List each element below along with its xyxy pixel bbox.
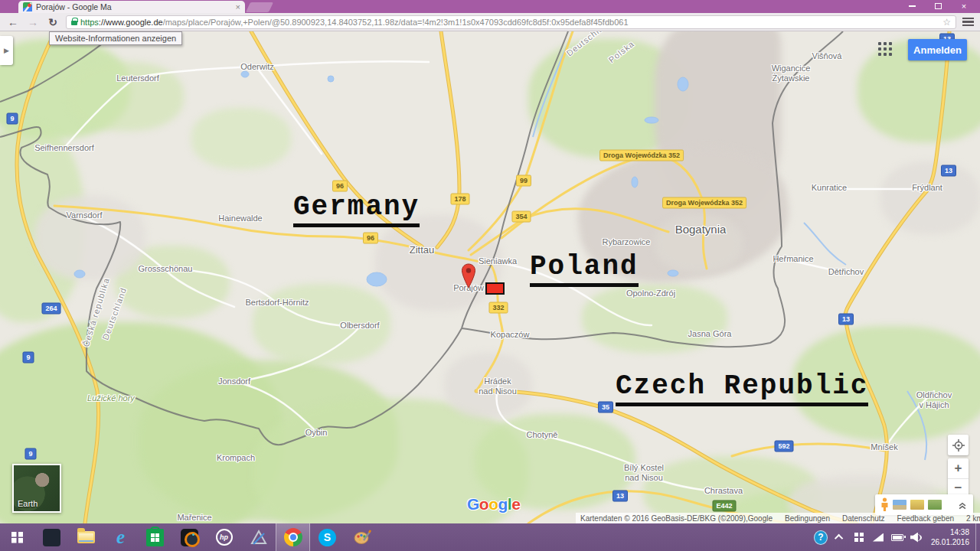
road-badge: 96 — [332, 181, 348, 192]
start-taskbar-icon[interactable] — [0, 523, 34, 551]
start-icon — [11, 532, 23, 543]
road-badge: 264 — [41, 303, 60, 315]
road-badge: E442 — [712, 500, 736, 512]
menu-icon[interactable] — [962, 18, 974, 26]
taskbar-clock[interactable]: 14:38 26.01.2016 — [928, 527, 975, 548]
help-icon: ? — [814, 530, 828, 545]
zoom-controls: + − — [948, 458, 969, 498]
battery-tray-icon[interactable] — [890, 530, 904, 545]
town-label: Deutschland — [565, 31, 615, 58]
youcam-icon — [181, 529, 198, 546]
hp-taskbar-icon[interactable]: hp — [207, 523, 241, 551]
scale-label: 2 km — [966, 514, 980, 523]
ie-taskbar-icon[interactable]: e — [103, 523, 138, 551]
browser-tab[interactable]: Porajów - Google Ma × — [18, 1, 245, 13]
town-label: Višňová — [812, 51, 842, 61]
country-annotation: Germany — [293, 194, 420, 227]
road-badge: 592 — [774, 441, 793, 452]
signin-button[interactable]: Anmelden — [908, 39, 967, 60]
window-controls: × — [899, 0, 977, 12]
road-badge: 9 — [6, 113, 18, 125]
town-label: Kunratice — [812, 183, 847, 193]
tab-close-icon[interactable]: × — [236, 3, 240, 11]
terms-link[interactable]: Bedingungen — [785, 514, 830, 523]
store-taskbar-icon[interactable] — [138, 523, 172, 551]
imagery-thumbnail[interactable] — [928, 500, 942, 510]
town-label: Opolno-Zdrój — [626, 289, 675, 298]
desktop: Porajów - Google Ma × × ← → ↻ https://ww… — [0, 0, 980, 551]
map-copyright: Kartendaten © 2016 GeoBasis-DE/BKG (©200… — [580, 514, 773, 523]
town-label: Bogatynia — [675, 223, 727, 236]
road-badge: 13 — [612, 491, 628, 502]
chrome-taskbar-icon[interactable] — [276, 523, 310, 551]
town-label: Zittau — [410, 244, 435, 256]
town-label: Hrádeknad Nisou — [479, 377, 517, 396]
minimize-button[interactable] — [899, 0, 925, 12]
design-taskbar-icon[interactable] — [241, 523, 276, 551]
close-button[interactable]: × — [951, 0, 977, 12]
reload-icon[interactable]: ↻ — [46, 16, 60, 28]
town-label: Mníšek — [871, 442, 897, 452]
imagery-thumbnail[interactable] — [910, 500, 924, 510]
forward-icon[interactable]: → — [26, 16, 40, 28]
network-tray-icon[interactable] — [871, 530, 885, 545]
imagery-thumbnail[interactable] — [893, 500, 906, 510]
design-icon — [250, 529, 267, 546]
earth-view-toggle[interactable]: Earth — [12, 464, 61, 513]
youcam-taskbar-icon[interactable] — [172, 523, 207, 551]
maximize-button[interactable] — [925, 0, 951, 12]
feedback-link[interactable]: Feedback geben — [897, 514, 955, 523]
clock-time: 14:38 — [931, 527, 969, 538]
town-label: Mařenice — [177, 513, 211, 523]
tab-title: Porajów - Google Ma — [36, 2, 232, 11]
help-tray-icon[interactable]: ? — [814, 530, 828, 545]
new-tab-button[interactable] — [246, 2, 273, 12]
url-text[interactable]: https://www.google.de/maps/place/Porajów… — [80, 18, 629, 27]
show-desktop-button[interactable] — [975, 523, 980, 551]
url-bar[interactable]: https://www.google.de/maps/place/Porajów… — [66, 15, 956, 29]
padlock-icon[interactable] — [71, 21, 77, 25]
site-info-tooltip: Website-Informationen anzeigen — [49, 31, 182, 45]
clock-date: 26.01.2016 — [931, 537, 969, 548]
town-label: Krompach — [217, 453, 255, 463]
privacy-link[interactable]: Datenschutz — [842, 514, 885, 523]
town-label: Jasna Góra — [688, 329, 732, 339]
map-canvas[interactable]: LeutersdorfOderwitzSeifhennersdorfVarnsd… — [0, 31, 980, 523]
town-label: Sieniawka — [479, 256, 517, 266]
expand-chevrons-icon[interactable] — [957, 500, 968, 510]
back-icon[interactable]: ← — [6, 16, 20, 28]
road-badge: Droga Wojewódzka 352 — [599, 150, 684, 161]
panes-icon — [854, 533, 864, 542]
town-label: Oderwitz — [240, 62, 273, 72]
map-labels: LeutersdorfOderwitzSeifhennersdorfVarnsd… — [0, 31, 980, 523]
google-apps-grid-icon[interactable] — [878, 42, 894, 58]
speaker-tray-icon[interactable] — [910, 530, 923, 545]
panes-tray-icon[interactable] — [852, 530, 866, 545]
map-pin-icon[interactable] — [461, 263, 476, 289]
red-rectangle-annotation — [485, 282, 505, 295]
attribution-bar: Kartendaten © 2016 GeoBasis-DE/BKG (©200… — [576, 513, 980, 523]
town-label: Oybin — [305, 428, 328, 438]
palette-icon — [353, 528, 371, 546]
bookmark-star-icon[interactable]: ☆ — [942, 17, 951, 28]
town-label: Kopaczów — [491, 330, 530, 340]
town-label: Olbersdorf — [340, 321, 379, 331]
chevron-icon — [835, 534, 843, 543]
pegman-icon[interactable] — [880, 497, 889, 512]
town-label: Varnsdorf — [67, 210, 103, 220]
maximize-icon — [935, 3, 942, 9]
palette-taskbar-icon[interactable] — [345, 523, 379, 551]
side-panel-expander[interactable]: ▶ — [0, 36, 13, 65]
my-location-button[interactable] — [948, 435, 969, 455]
road-badge: 354 — [511, 211, 531, 223]
battery-icon — [891, 534, 903, 541]
chevron-tray-icon[interactable] — [833, 530, 847, 545]
explorer-taskbar-icon[interactable] — [69, 523, 103, 551]
road-badge: 13 — [838, 314, 854, 325]
road-badge: 13 — [941, 165, 956, 177]
tiles-taskbar-icon[interactable] — [34, 523, 69, 551]
town-label: Oldřichovv Hájich — [916, 390, 952, 410]
skype-taskbar-icon[interactable]: S — [310, 523, 345, 551]
zoom-in-button[interactable]: + — [948, 458, 969, 479]
network-icon — [873, 533, 884, 542]
